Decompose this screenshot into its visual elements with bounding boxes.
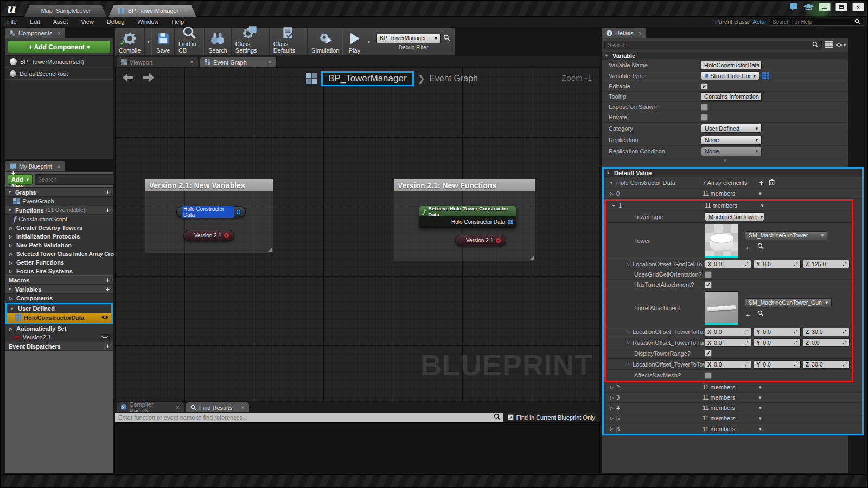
eye-icon[interactable] (101, 314, 109, 321)
add-function-button[interactable]: + (105, 206, 110, 214)
add-macro-button[interactable]: + (105, 276, 110, 284)
array-element-row-3[interactable]: ▷3 11 members▾ (604, 393, 862, 403)
affects-nav-checkbox[interactable] (705, 372, 712, 379)
class-settings-button[interactable]: Class Settings (232, 28, 270, 55)
functions-section-header[interactable]: ▾ Functions (21 Overridable) + (5, 206, 113, 215)
property-matrix-icon[interactable] (825, 40, 833, 50)
variable-section-header[interactable]: ▾ Variable (602, 52, 848, 60)
class-defaults-button[interactable]: Class Defaults (270, 28, 308, 55)
close-icon[interactable]: × (184, 7, 188, 15)
menu-help[interactable]: Help (165, 18, 190, 25)
comment-resize-handle[interactable] (267, 247, 272, 252)
category-getter-functions[interactable]: ▷ Getter Functions (5, 258, 113, 267)
tower-type-dropdown[interactable]: MachineGunTower▾ (705, 212, 764, 221)
node-holo-constructor-data-getter[interactable]: Holo Constructor Data (176, 206, 246, 217)
debug-object-dropdown[interactable]: BP_TowerManager ▾ (376, 34, 441, 43)
add-element-icon[interactable]: + (759, 178, 763, 187)
add-component-button[interactable]: + Add Component ▾ (8, 41, 111, 53)
browse-icon[interactable] (757, 310, 764, 318)
menu-edit[interactable]: Edit (23, 18, 47, 25)
element-options-dropdown[interactable]: ▾ (759, 415, 762, 421)
find-results-tab[interactable]: Find Results × (186, 402, 249, 413)
replication-dropdown[interactable]: None▾ (701, 136, 762, 145)
use-selected-arrow-icon[interactable]: ← (745, 243, 752, 251)
breadcrumb-current-graph[interactable]: Event Graph (429, 74, 478, 84)
details-search[interactable] (604, 41, 822, 49)
back-arrow-icon[interactable] (122, 72, 135, 83)
array-element-row-6[interactable]: ▷6 11 members▾ (604, 423, 862, 434)
compiler-results-tab[interactable]: Compiler Results × (117, 402, 184, 413)
comment-title[interactable]: Version 2.1: New Functions (394, 179, 535, 191)
details-tab[interactable]: i Details × (602, 28, 646, 38)
vector-y-field[interactable]: Y0.0 (754, 338, 800, 347)
expose-checkbox[interactable] (701, 104, 708, 111)
comment-new-functions[interactable]: Version 2.1: New Functions ƒ Retrieve Ho… (393, 179, 535, 261)
vector-x-field[interactable]: X0.0 (705, 338, 751, 347)
comment-title[interactable]: Version 2.1: New Variables (145, 179, 273, 191)
array-element-row-1[interactable]: ▾1 11 members▾ (606, 201, 852, 211)
comment-new-variables[interactable]: Version 2.1: New Variables Holo Construc… (145, 179, 273, 253)
close-icon[interactable]: × (639, 30, 642, 36)
variable-group-user-defined[interactable]: ▾ User Defined (7, 304, 111, 313)
compile-options-dropdown[interactable]: ▾ (145, 28, 152, 55)
add-graph-button[interactable]: + (105, 188, 110, 196)
browse-icon[interactable] (757, 243, 764, 251)
add-variable-button[interactable]: + (105, 285, 110, 293)
holo-constructor-data-variable[interactable]: HoloConstructorData (7, 313, 111, 323)
node-version-getter[interactable]: Version 2.1 (455, 235, 506, 246)
tab-bp-towermanager[interactable]: BP_TowerManager × (108, 5, 196, 17)
tower-mesh-dropdown[interactable]: SM_MachineGunTower▾ (745, 231, 827, 240)
menu-file[interactable]: File (1, 18, 23, 25)
add-event-dispatcher-button[interactable]: + (105, 342, 110, 350)
element-options-dropdown[interactable]: ▾ (759, 395, 762, 400)
node-version-getter[interactable]: Version 2.1 (183, 230, 234, 241)
variables-section-header[interactable]: ▾ Variables + (5, 285, 113, 294)
element-options-dropdown[interactable]: ▾ (759, 405, 762, 410)
vector-z-field[interactable]: Z30.0 (803, 360, 850, 369)
category-initialization-protocols[interactable]: ▷ Initialization Protocols (5, 232, 113, 241)
breadcrumb-blueprint-name[interactable]: BP_TowerManager (321, 71, 414, 86)
add-new-button[interactable]: + Add New ▾ (8, 174, 33, 185)
category-create-destroy-towers[interactable]: ▷ Create/ Destroy Towers (5, 223, 113, 232)
maximize-button[interactable] (835, 3, 847, 11)
vector-z-field[interactable]: Z0.0 (803, 338, 850, 347)
array-element-row-2[interactable]: ▷2 11 members▾ (604, 382, 862, 393)
close-icon[interactable]: × (57, 30, 60, 36)
play-button[interactable]: Play (343, 28, 365, 55)
element-options-dropdown[interactable]: ▾ (759, 426, 762, 432)
menu-view[interactable]: View (74, 18, 100, 25)
vector-y-field[interactable]: Y0.0 (754, 260, 800, 268)
trash-icon[interactable] (769, 178, 775, 188)
my-blueprint-search[interactable] (35, 174, 124, 185)
details-view-options[interactable]: ▾ (835, 43, 846, 48)
tab-map-samplelevel[interactable]: Map_SampleLevel (24, 5, 107, 17)
tooltip-field[interactable]: Contains information re (701, 92, 762, 101)
close-icon[interactable]: × (176, 404, 180, 412)
array-element-row-0[interactable]: ▷0 11 members▾ (604, 189, 862, 199)
close-icon[interactable]: × (190, 59, 194, 66)
uses-gridcell-checkbox[interactable] (705, 271, 712, 278)
menu-window[interactable]: Window (131, 18, 165, 25)
search-button[interactable]: Search (205, 28, 232, 55)
save-button[interactable]: Save (152, 28, 175, 55)
construction-script-item[interactable]: ƒ ConstructionScript (5, 215, 113, 223)
help-search-box[interactable] (770, 18, 863, 26)
component-row-self[interactable]: BP_TowerManager(self) (5, 56, 113, 68)
close-icon[interactable]: × (241, 404, 245, 412)
macros-section-header[interactable]: Macros + (5, 275, 113, 285)
variable-group-automatically-set[interactable]: ▷ Automatically Set (5, 324, 113, 333)
vector-x-field[interactable]: X0.0 (705, 328, 751, 336)
array-element-row-5[interactable]: ▷5 11 members▾ (604, 413, 862, 423)
editable-checkbox[interactable] (701, 83, 708, 90)
details-search-input[interactable] (608, 42, 812, 48)
minimize-button[interactable] (819, 3, 831, 11)
event-dispatchers-section-header[interactable]: Event Dispatchers + (5, 342, 113, 351)
vector-z-field[interactable]: Z30.0 (803, 328, 850, 336)
simulation-button[interactable]: Simulation (308, 28, 343, 55)
element-options-dropdown[interactable]: ▾ (759, 384, 762, 390)
struct-container-icon[interactable] (762, 72, 769, 79)
turret-mesh-dropdown[interactable]: SM_MachineGunTower_Gun▾ (745, 298, 832, 307)
node-retrieve-holo-tower-constructor-data[interactable]: ƒ Retrieve Holo Tower Constructor Data H… (419, 206, 516, 228)
category-dropdown[interactable]: User Defined▾ (701, 124, 762, 133)
my-blueprint-search-input[interactable] (38, 176, 115, 183)
